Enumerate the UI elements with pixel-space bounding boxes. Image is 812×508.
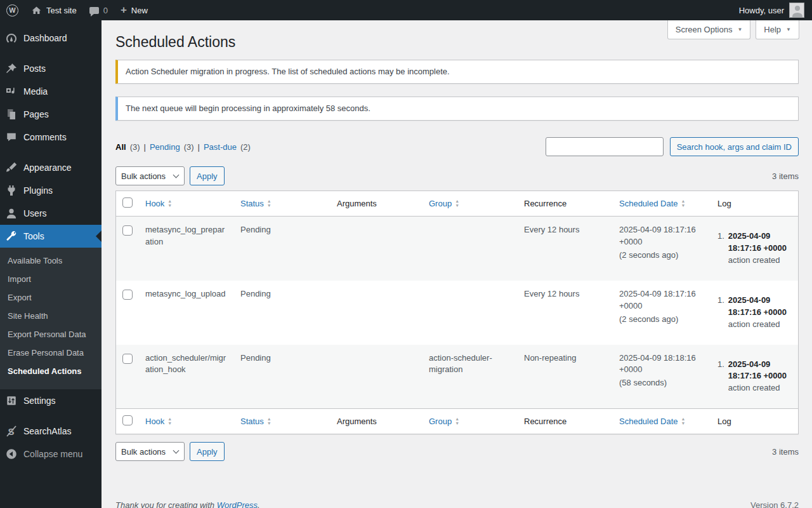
- sort-indicator: ▲▼: [681, 199, 686, 208]
- wordpress-link[interactable]: WordPress: [217, 500, 258, 508]
- select-all-checkbox[interactable]: [122, 415, 133, 425]
- footer-cell-cb: [116, 409, 140, 434]
- scheduled-relative: (2 seconds ago): [619, 250, 705, 262]
- sidebar-item-media[interactable]: Media: [0, 80, 102, 103]
- new-label: New: [131, 6, 148, 15]
- user-avatar[interactable]: [789, 3, 804, 18]
- site-name-menu[interactable]: Test site: [31, 5, 77, 16]
- submenu-item-site-health[interactable]: Site Health: [0, 307, 102, 325]
- filter-separator: |: [198, 142, 200, 152]
- scheduled-relative: (58 seconds): [619, 377, 705, 389]
- column-label: Status: [240, 198, 264, 210]
- sort-hook[interactable]: Hook ▲▼: [145, 198, 172, 210]
- cell-group: [422, 281, 518, 345]
- row-checkbox[interactable]: [122, 290, 133, 300]
- cell-log: 1. 2025-04-09 18:17:16 +0000 action crea…: [711, 281, 799, 345]
- sidebar-item-dashboard[interactable]: Dashboard: [0, 27, 102, 50]
- row-checkbox[interactable]: [122, 225, 133, 236]
- menu-separator: [0, 412, 102, 420]
- sidebar-item-label: SearchAtlas: [23, 426, 71, 436]
- cell-hook: metasync_log_upload: [139, 281, 234, 345]
- status-filter-links: All (3) | Pending (3) | Past-due (2): [115, 142, 251, 152]
- items-count: 3 items: [772, 447, 799, 457]
- sort-indicator: ▲▼: [455, 199, 459, 208]
- filter-past-due[interactable]: Past-due: [204, 142, 237, 152]
- cell-scheduled-date: 2025-04-09 18:18:16 +0000 (58 seconds): [613, 345, 711, 409]
- admin-menu: Dashboard Posts Media Pages: [0, 27, 102, 465]
- submenu-item-export[interactable]: Export: [0, 288, 102, 307]
- search-button[interactable]: Search hook, args and claim ID: [670, 137, 799, 156]
- column-label: Group: [429, 416, 452, 427]
- howdy-menu[interactable]: Howdy, user: [739, 6, 784, 15]
- log-text: action created: [728, 383, 780, 392]
- cell-arguments: [331, 345, 422, 409]
- sort-group[interactable]: Group ▲▼: [429, 198, 459, 210]
- sidebar-item-pages[interactable]: Pages: [0, 103, 102, 126]
- wordpress-logo-icon: W: [6, 4, 18, 17]
- sort-indicator: ▲▼: [167, 199, 172, 208]
- row-checkbox[interactable]: [122, 354, 133, 364]
- scheduled-relative: (2 seconds ago): [619, 314, 705, 326]
- submenu-item-scheduled-actions[interactable]: Scheduled Actions: [0, 362, 102, 380]
- filter-pending[interactable]: Pending: [150, 142, 180, 152]
- cell-recurrence: Non-repeating: [518, 345, 613, 409]
- sidebar-item-tools[interactable]: Tools: [0, 225, 102, 248]
- submenu-item-export-personal-data[interactable]: Export Personal Data: [0, 325, 102, 344]
- site-name-label: Test site: [46, 6, 77, 15]
- log-date: 2025-04-09 18:17:16 +0000: [728, 231, 792, 255]
- wrench-icon: [5, 230, 18, 243]
- header-cell-recurrence: Recurrence: [518, 191, 613, 217]
- tablenav-top: Bulk actions Apply 3 items: [115, 166, 799, 185]
- new-content-menu[interactable]: + New: [121, 6, 148, 15]
- sort-group[interactable]: Group ▲▼: [429, 416, 459, 427]
- admin-sidebar: Dashboard Posts Media Pages: [0, 20, 102, 508]
- sidebar-item-collapse-menu[interactable]: Collapse menu: [0, 443, 102, 465]
- sidebar-item-posts[interactable]: Posts: [0, 57, 102, 80]
- sidebar-item-users[interactable]: Users: [0, 202, 102, 225]
- tablenav-bottom: Bulk actions Apply 3 items: [115, 442, 799, 461]
- column-label: Group: [429, 198, 452, 210]
- bulk-actions-select[interactable]: Bulk actions: [115, 166, 185, 185]
- header-cell-arguments: Arguments: [331, 191, 422, 217]
- footer-period: .: [258, 500, 260, 508]
- filter-all[interactable]: All: [115, 142, 126, 152]
- log-entry: 1. 2025-04-09 18:17:16 +0000 action crea…: [717, 295, 792, 331]
- submenu-item-available-tools[interactable]: Available Tools: [0, 251, 102, 270]
- bulk-actions-select[interactable]: Bulk actions: [115, 442, 185, 461]
- submenu-item-erase-personal-data[interactable]: Erase Personal Data: [0, 344, 102, 362]
- sidebar-item-label: Appearance: [23, 163, 72, 173]
- cell-group: [422, 217, 518, 281]
- cell-status: Pending: [234, 217, 331, 281]
- cell-arguments: [331, 281, 422, 345]
- sidebar-item-searchatlas[interactable]: S SearchAtlas: [0, 420, 102, 443]
- sidebar-item-appearance[interactable]: Appearance: [0, 156, 102, 179]
- comments-count: 0: [103, 6, 108, 15]
- sort-scheduled-date[interactable]: Scheduled Date ▲▼: [619, 198, 685, 210]
- screen-meta: Screen Options ▼ Help ▼: [667, 20, 799, 39]
- sidebar-item-settings[interactable]: Settings: [0, 389, 102, 412]
- select-all-checkbox[interactable]: [122, 197, 133, 208]
- filter-past-due-count: (2): [240, 142, 251, 152]
- table-row: metasync_log_preparation Pending Every 1…: [116, 217, 799, 281]
- sort-hook[interactable]: Hook ▲▼: [145, 416, 172, 427]
- apply-button[interactable]: Apply: [190, 442, 225, 461]
- cell-hook: action_scheduler/migration_hook: [139, 345, 234, 409]
- sidebar-item-comments[interactable]: Comments: [0, 126, 102, 149]
- bulk-actions-select-wrap: Bulk actions: [115, 166, 185, 185]
- log-entry: 1. 2025-04-09 18:17:16 +0000 action crea…: [717, 359, 792, 395]
- searchatlas-logo-icon: S: [5, 425, 18, 438]
- wordpress-logo-menu[interactable]: W: [6, 4, 18, 17]
- pages-icon: [5, 108, 18, 121]
- sort-status[interactable]: Status ▲▼: [240, 416, 272, 427]
- dashboard-icon: [5, 32, 18, 44]
- sort-status[interactable]: Status ▲▼: [240, 198, 272, 210]
- comments-menu[interactable]: 0: [89, 6, 108, 15]
- search-input[interactable]: [546, 137, 664, 156]
- sort-scheduled-date[interactable]: Scheduled Date ▲▼: [619, 416, 685, 427]
- sidebar-item-plugins[interactable]: Plugins: [0, 179, 102, 202]
- screen-options-button[interactable]: Screen Options ▼: [667, 20, 751, 39]
- help-button[interactable]: Help ▼: [756, 20, 799, 39]
- submenu-item-import[interactable]: Import: [0, 270, 102, 288]
- apply-button[interactable]: Apply: [190, 166, 225, 185]
- footer-cell-group: Group ▲▼: [422, 409, 518, 434]
